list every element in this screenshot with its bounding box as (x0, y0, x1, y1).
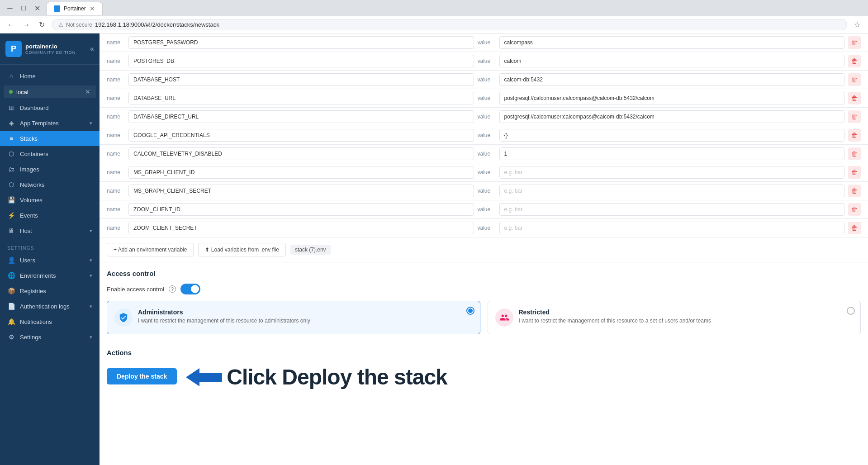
env-name-input[interactable] (128, 222, 474, 234)
sidebar-item-images[interactable]: 🗂 Images (0, 161, 100, 177)
stacks-icon: ≡ (7, 135, 15, 142)
env-name-label: name (107, 188, 125, 194)
env-delete-button[interactable]: 🗑 (848, 92, 861, 104)
env-delete-button[interactable]: 🗑 (848, 185, 861, 197)
env-name-input[interactable] (128, 129, 474, 142)
env-delete-button[interactable]: 🗑 (848, 166, 861, 179)
restricted-access-card[interactable]: Restricted I want to restrict the manage… (488, 301, 861, 334)
env-delete-button[interactable]: 🗑 (848, 129, 861, 142)
env-value-input[interactable] (499, 73, 845, 86)
local-environment-badge[interactable]: local ✕ (4, 85, 96, 98)
local-status-dot (9, 90, 13, 94)
sidebar-item-settings[interactable]: ⚙ Settings ▾ (0, 329, 100, 345)
sidebar-item-notifications[interactable]: 🔔 Notifications (0, 314, 100, 329)
notifications-icon: 🔔 (7, 318, 15, 325)
env-delete-button[interactable]: 🗑 (848, 110, 861, 123)
sidebar-item-app-templates[interactable]: ◈ App Templates ▾ (0, 115, 100, 131)
admin-card-content: Administrators I want to restrict the ma… (138, 308, 473, 324)
annotation-text: Click Deploy the stack (227, 365, 447, 389)
events-icon: ⚡ (7, 212, 15, 219)
host-chevron-icon: ▾ (90, 228, 92, 234)
access-toggle-label: Enable access control (107, 286, 164, 293)
forward-button[interactable]: → (21, 19, 32, 30)
main-content: namevalue🗑namevalue🗑namevalue🗑namevalue🗑… (100, 33, 868, 465)
sidebar-item-users[interactable]: 👤 Users ▾ (0, 252, 100, 268)
env-name-input[interactable] (128, 55, 474, 67)
env-name-input[interactable] (128, 36, 474, 49)
svg-marker-0 (186, 368, 222, 386)
env-delete-button[interactable]: 🗑 (848, 73, 861, 86)
env-name-input[interactable] (128, 166, 474, 179)
sidebar-events-label: Events (20, 212, 92, 219)
settings-chevron-icon: ▾ (90, 334, 92, 340)
back-button[interactable]: ← (5, 19, 16, 30)
env-delete-button[interactable]: 🗑 (848, 222, 861, 234)
env-value-input[interactable] (499, 110, 845, 123)
admin-card-radio[interactable] (466, 307, 474, 315)
env-value-input[interactable] (499, 185, 845, 197)
close-button[interactable]: ✕ (32, 3, 43, 14)
app-templates-icon: ◈ (7, 119, 15, 127)
sidebar-item-host[interactable]: 🖥 Host ▾ (0, 223, 100, 238)
chevron-down-icon: ▾ (90, 120, 92, 126)
actions-section: Actions Deploy the stack Click Deploy th… (100, 342, 868, 389)
env-value-input[interactable] (499, 203, 845, 216)
help-icon[interactable]: ? (169, 285, 176, 293)
env-value-input[interactable] (499, 222, 845, 234)
restricted-card-icon (495, 308, 513, 327)
sidebar-item-containers[interactable]: ⬡ Containers (0, 146, 100, 161)
env-name-label: name (107, 58, 125, 64)
env-delete-button[interactable]: 🗑 (848, 147, 861, 160)
env-value-input[interactable] (499, 55, 845, 67)
sidebar-item-stacks[interactable]: ≡ Stacks (0, 131, 100, 146)
browser-tab[interactable]: Portainer ✕ (46, 2, 103, 15)
sidebar-item-environments[interactable]: 🌐 Environments ▾ (0, 268, 100, 283)
env-name-input[interactable] (128, 110, 474, 123)
sidebar-item-volumes[interactable]: 💾 Volumes (0, 192, 100, 208)
env-value-label: value (478, 39, 496, 46)
restricted-card-radio[interactable] (847, 307, 855, 315)
load-env-file-button[interactable]: ⬆ Load variables from .env file (198, 243, 285, 256)
env-delete-button[interactable]: 🗑 (848, 36, 861, 49)
env-delete-button[interactable]: 🗑 (848, 55, 861, 67)
restricted-card-content: Restricted I want to restrict the manage… (519, 308, 854, 324)
sidebar-item-registries[interactable]: 📦 Registries (0, 283, 100, 299)
env-name-input[interactable] (128, 203, 474, 216)
browser-controls[interactable]: ─ □ ✕ (5, 3, 43, 14)
access-control-toggle[interactable] (180, 284, 200, 294)
sidebar-header: P portainer.io COMMUNITY EDITION « (0, 33, 100, 65)
logo-sub: COMMUNITY EDITION (25, 50, 76, 55)
env-name-input[interactable] (128, 73, 474, 86)
url-text: 192.168.1.18:9000/#!/2/docker/stacks/new… (95, 21, 219, 28)
env-rows-container: namevalue🗑namevalue🗑namevalue🗑namevalue🗑… (100, 33, 868, 237)
sidebar-item-dashboard[interactable]: ⊞ Dashboard (0, 100, 100, 115)
sidebar-environments-label: Environments (20, 272, 85, 279)
local-close-icon[interactable]: ✕ (85, 88, 90, 95)
maximize-button[interactable]: □ (18, 3, 29, 14)
env-name-input[interactable] (128, 92, 474, 104)
address-input[interactable]: ⚠ Not secure 192.168.1.18:9000/#!/2/dock… (52, 19, 847, 30)
admin-access-card[interactable]: Administrators I want to restrict the ma… (107, 301, 480, 334)
env-delete-button[interactable]: 🗑 (848, 203, 861, 216)
env-value-input[interactable] (499, 129, 845, 142)
minimize-button[interactable]: ─ (5, 3, 15, 14)
env-value-input[interactable] (499, 36, 845, 49)
registries-icon: 📦 (7, 287, 15, 294)
reload-button[interactable]: ↻ (36, 19, 47, 30)
env-value-input[interactable] (499, 92, 845, 104)
env-name-label: name (107, 76, 125, 83)
sidebar-item-home[interactable]: ⌂ Home (0, 68, 100, 84)
bookmark-button[interactable]: ☆ (852, 19, 863, 30)
sidebar-item-events[interactable]: ⚡ Events (0, 208, 100, 223)
env-value-input[interactable] (499, 166, 845, 179)
add-env-var-button[interactable]: + Add an environment variable (107, 243, 194, 256)
sidebar-item-networks[interactable]: ⬡ Networks (0, 177, 100, 192)
sidebar-nav: ⌂ Home local ✕ ⊞ Dashboard ◈ App Temp (0, 65, 100, 465)
deploy-stack-button[interactable]: Deploy the stack (107, 368, 177, 384)
tab-close-icon[interactable]: ✕ (90, 5, 95, 12)
sidebar-collapse-button[interactable]: « (90, 45, 94, 53)
env-value-input[interactable] (499, 147, 845, 160)
env-name-input[interactable] (128, 147, 474, 160)
sidebar-item-auth-logs[interactable]: 📄 Authentication logs ▾ (0, 299, 100, 314)
env-name-input[interactable] (128, 185, 474, 197)
